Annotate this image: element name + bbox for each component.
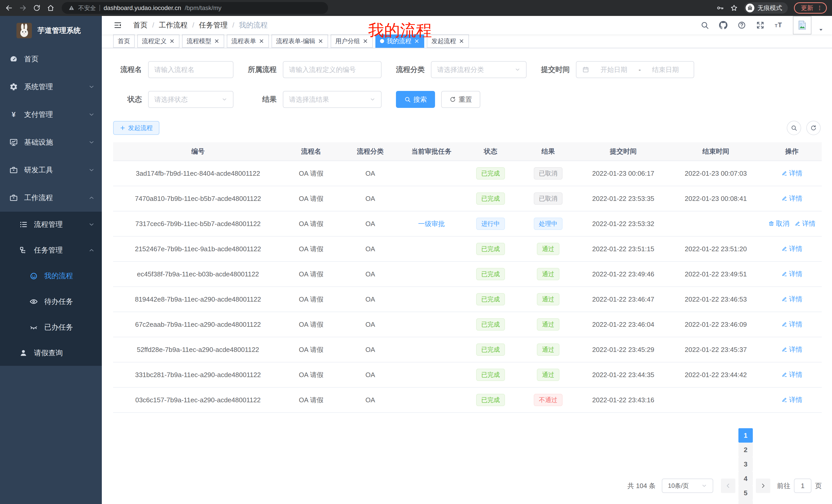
search-icon[interactable] <box>700 21 709 30</box>
edit-icon <box>781 296 787 302</box>
sidebar-item-task-manage[interactable]: 任务管理 <box>0 237 102 263</box>
sidebar-item-workflow[interactable]: 工作流程 <box>0 184 102 212</box>
detail-link[interactable]: 详情 <box>781 169 802 178</box>
detail-link[interactable]: 详情 <box>781 194 802 203</box>
edit-icon <box>781 371 787 377</box>
cell-process-id: 331bc281-7b9a-11ec-a290-acde48001122 <box>113 362 283 387</box>
reset-icon <box>449 96 456 103</box>
avatar[interactable] <box>793 16 811 34</box>
breadcrumb-item[interactable]: 工作流程 <box>159 20 188 30</box>
detail-link[interactable]: 详情 <box>781 345 802 354</box>
cell-status: 已完成 <box>462 287 519 312</box>
page-button-4[interactable]: 4 <box>738 471 753 486</box>
tab-发起流程[interactable]: 发起流程 <box>427 34 469 48</box>
tab-首页[interactable]: 首页 <box>113 34 135 48</box>
cell-process-name: OA 请假 <box>283 312 339 337</box>
sidebar-item-process-manage[interactable]: 流程管理 <box>0 212 102 237</box>
process-def-input[interactable] <box>283 61 382 78</box>
bookmark-star-icon[interactable] <box>730 4 738 12</box>
table-row: 331bc281-7b9a-11ec-a290-acde48001122OA 请… <box>113 362 822 387</box>
tab-流程模型[interactable]: 流程模型 <box>182 34 224 48</box>
category-select[interactable]: 请选择流程分类 <box>431 61 526 78</box>
detail-link[interactable]: 详情 <box>781 270 802 278</box>
close-icon <box>169 38 175 44</box>
table-search-button[interactable] <box>787 121 801 135</box>
status-select[interactable]: 请选择状态 <box>148 91 233 108</box>
submit-time-range-picker[interactable]: 开始日期 - 结束日期 <box>576 61 694 78</box>
detail-link[interactable]: 详情 <box>781 395 802 404</box>
page-button-6[interactable]: 6 <box>738 500 753 504</box>
screen: 不安全 dashboard.yudao.iocoder.cn/bpm/task/… <box>0 0 832 504</box>
page-button-2[interactable]: 2 <box>738 443 753 457</box>
breadcrumb-item[interactable]: 首页 <box>133 20 148 30</box>
page-button-3[interactable]: 3 <box>738 457 753 471</box>
cancel-link[interactable]: 取消 <box>768 219 789 228</box>
sidebar-fold-icon[interactable] <box>114 21 122 29</box>
tree-icon <box>19 246 28 255</box>
next-page-button[interactable] <box>756 479 770 493</box>
result-select[interactable]: 请选择流结果 <box>283 91 382 108</box>
sidebar-item-label: 基础设施 <box>24 137 88 147</box>
sidebar-item-payment[interactable]: ¥支付管理 <box>0 101 102 129</box>
page-button-1[interactable]: 1 <box>738 428 753 443</box>
sidebar-item-label: 我的流程 <box>44 271 95 281</box>
yen-icon: ¥ <box>9 110 18 119</box>
tab-流程表单[interactable]: 流程表单 <box>227 34 269 48</box>
sidebar-item-done-task[interactable]: 已办任务 <box>0 314 102 340</box>
sidebar-item-todo-task[interactable]: 待办任务 <box>0 289 102 314</box>
search-button[interactable]: 搜索 <box>396 91 435 108</box>
page-button-5[interactable]: 5 <box>738 486 753 500</box>
tab-流程定义[interactable]: 流程定义 <box>137 34 179 48</box>
list-icon <box>19 220 28 229</box>
forward-icon[interactable] <box>19 4 27 12</box>
cell-actions: 详情 <box>762 261 822 287</box>
tab-流程表单-编辑[interactable]: 流程表单-编辑 <box>271 34 328 48</box>
app-logo-row[interactable]: 芋道管理系统 <box>0 16 102 45</box>
sidebar-item-leave-query[interactable]: 请假查询 <box>0 340 102 366</box>
browser-update-button[interactable]: 更新 <box>794 2 827 13</box>
password-key-icon[interactable] <box>716 4 724 12</box>
start-process-button[interactable]: 发起流程 <box>113 121 159 135</box>
current-task-link[interactable]: 一级审批 <box>418 219 445 228</box>
font-size-icon[interactable]: TT <box>774 21 783 30</box>
prev-page-button[interactable] <box>721 479 735 493</box>
gear-icon <box>9 82 18 91</box>
cell-submit-time: 2022-01-22 23:46:04 <box>577 312 670 337</box>
detail-link[interactable]: 详情 <box>781 320 802 329</box>
action-label: 取消 <box>776 219 789 228</box>
table-refresh-button[interactable] <box>806 121 821 135</box>
detail-link[interactable]: 详情 <box>795 219 815 228</box>
github-icon[interactable] <box>719 21 728 30</box>
detail-link[interactable]: 详情 <box>781 295 802 304</box>
fullscreen-icon[interactable] <box>756 21 765 30</box>
home-icon[interactable] <box>47 4 54 12</box>
browser-toolbar: 不安全 dashboard.yudao.iocoder.cn/bpm/task/… <box>0 0 832 16</box>
breadcrumb-item[interactable]: 任务管理 <box>199 20 228 30</box>
reset-button[interactable]: 重置 <box>441 91 480 108</box>
status-badge: 进行中 <box>476 218 505 230</box>
process-name-input[interactable] <box>148 61 233 78</box>
cell-process-id: 7470a810-7b9b-11ec-b5b7-acde48001122 <box>113 186 283 211</box>
help-icon[interactable] <box>737 21 746 30</box>
avatar-caret-down-icon[interactable] <box>818 27 824 33</box>
browser-menu-icon[interactable] <box>817 5 823 11</box>
page-size-select[interactable]: 10条/页 <box>662 479 713 493</box>
sidebar-item-system[interactable]: 系统管理 <box>0 73 102 101</box>
detail-link[interactable]: 详情 <box>781 244 802 253</box>
sidebar-item-devtools[interactable]: 研发工具 <box>0 156 102 184</box>
result-badge: 通过 <box>537 369 560 381</box>
cell-submit-time: 2022-01-23 00:06:17 <box>577 161 670 186</box>
jump-page-input[interactable] <box>794 479 811 493</box>
detail-link[interactable]: 详情 <box>781 370 802 379</box>
reload-icon[interactable] <box>33 4 41 12</box>
address-bar[interactable]: 不安全 dashboard.yudao.iocoder.cn/bpm/task/… <box>62 2 328 14</box>
back-icon[interactable] <box>5 4 13 12</box>
cell-category: OA <box>339 387 401 413</box>
svg-text:T: T <box>778 21 782 29</box>
sidebar-item-home[interactable]: 首页 <box>0 45 102 73</box>
sidebar-item-infra[interactable]: 基础设施 <box>0 129 102 156</box>
tab-用户分组[interactable]: 用户分组 <box>331 34 373 48</box>
sidebar-item-my-process[interactable]: 我的流程 <box>0 263 102 289</box>
cell-result: 通过 <box>519 312 577 337</box>
incognito-icon <box>746 4 754 12</box>
